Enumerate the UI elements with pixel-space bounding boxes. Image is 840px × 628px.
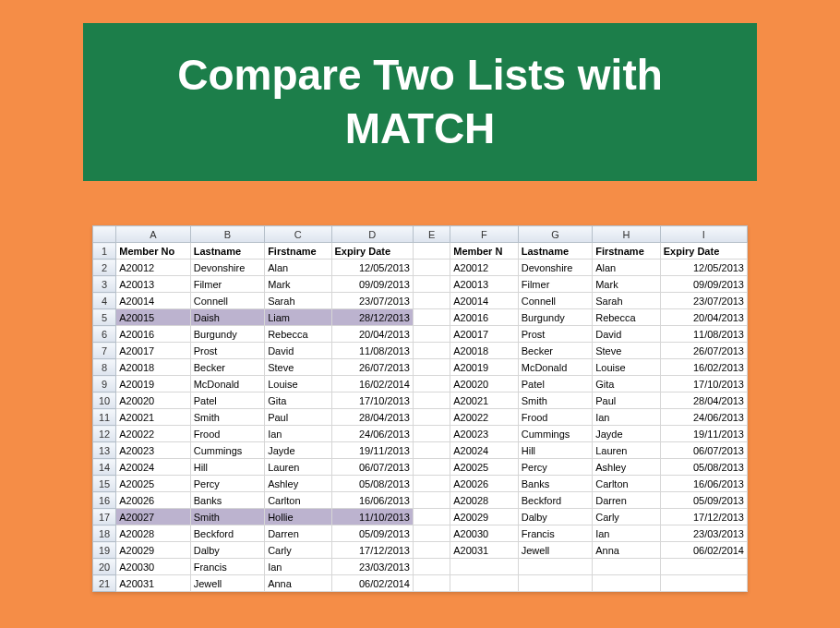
cell[interactable]: 12/05/2013 (660, 260, 747, 276)
cell[interactable] (518, 575, 592, 592)
cell[interactable]: Prost (190, 343, 264, 359)
cell[interactable]: Sarah (265, 293, 331, 309)
row-header[interactable]: 18 (93, 525, 116, 542)
cell[interactable]: Lauren (265, 459, 331, 476)
cell[interactable]: 19/11/2013 (331, 442, 413, 459)
cell[interactable]: A20021 (116, 409, 190, 426)
cell[interactable]: Beckford (518, 492, 592, 509)
cell[interactable]: A20029 (116, 542, 190, 559)
cell[interactable]: Hill (190, 459, 264, 476)
row-header[interactable]: 3 (93, 276, 116, 293)
cell[interactable]: A20018 (450, 343, 519, 359)
cell[interactable]: A20028 (116, 525, 190, 542)
cell[interactable]: 23/03/2013 (660, 525, 747, 542)
cell[interactable]: Frood (190, 426, 264, 442)
cell[interactable]: 20/04/2013 (331, 326, 413, 343)
cell[interactable]: 26/07/2013 (660, 343, 747, 359)
cell[interactable]: A20013 (450, 276, 519, 293)
row-header[interactable]: 21 (93, 575, 116, 592)
col-header-b[interactable]: B (190, 226, 264, 243)
cell[interactable] (414, 525, 450, 542)
cell[interactable]: 16/06/2013 (660, 476, 747, 492)
cell[interactable]: 17/12/2013 (331, 542, 413, 559)
cell[interactable]: Jayde (265, 442, 331, 459)
col-header-a[interactable]: A (116, 226, 190, 243)
cell[interactable]: Expiry Date (660, 243, 747, 260)
cell[interactable] (414, 476, 450, 492)
cell[interactable]: Hill (518, 442, 592, 459)
cell[interactable]: Lauren (593, 442, 661, 459)
cell[interactable]: Burgundy (190, 326, 264, 343)
cell[interactable]: Alan (265, 260, 331, 276)
cell[interactable]: A20025 (116, 476, 190, 492)
cell[interactable]: A20019 (116, 376, 190, 392)
cell[interactable]: Steve (593, 343, 661, 359)
row-header[interactable]: 6 (93, 326, 116, 343)
cell[interactable]: Devonshire (190, 260, 264, 276)
cell[interactable]: 17/10/2013 (660, 376, 747, 392)
cell[interactable]: 23/07/2013 (660, 293, 747, 309)
cell[interactable]: 28/12/2013 (331, 309, 413, 326)
select-all-corner[interactable] (93, 226, 116, 243)
col-header-g[interactable]: G (518, 226, 592, 243)
cell[interactable]: 06/07/2013 (660, 442, 747, 459)
cell[interactable]: A20023 (450, 426, 519, 442)
cell[interactable]: Smith (190, 409, 264, 426)
cell[interactable] (414, 426, 450, 442)
cell[interactable] (414, 509, 450, 525)
cell[interactable]: 11/08/2013 (331, 343, 413, 359)
cell[interactable]: 16/02/2013 (660, 359, 747, 376)
row-header[interactable]: 7 (93, 343, 116, 359)
cell[interactable]: A20025 (450, 459, 519, 476)
cell[interactable]: Mark (265, 276, 331, 293)
row-header[interactable]: 12 (93, 426, 116, 442)
cell[interactable]: Rebecca (593, 309, 661, 326)
cell[interactable]: Percy (518, 459, 592, 476)
cell[interactable] (414, 492, 450, 509)
cell[interactable]: A20017 (116, 343, 190, 359)
cell[interactable]: A20014 (116, 293, 190, 309)
cell[interactable]: Patel (518, 376, 592, 392)
cell[interactable]: A20031 (116, 575, 190, 592)
cell[interactable] (450, 559, 519, 575)
cell[interactable]: Gita (593, 376, 661, 392)
cell[interactable]: Louise (265, 376, 331, 392)
cell[interactable]: Daish (190, 309, 264, 326)
cell[interactable]: A20022 (116, 426, 190, 442)
cell[interactable]: Carly (265, 542, 331, 559)
cell[interactable]: Alan (593, 260, 661, 276)
cell[interactable] (414, 542, 450, 559)
cell[interactable]: A20019 (450, 359, 519, 376)
cell[interactable]: 23/03/2013 (331, 559, 413, 575)
cell[interactable]: Carly (593, 509, 661, 525)
cell[interactable]: Louise (593, 359, 661, 376)
cell[interactable]: Lastname (518, 243, 592, 260)
cell[interactable]: Frood (518, 409, 592, 426)
cell[interactable]: A20026 (116, 492, 190, 509)
cell[interactable]: Firstname (265, 243, 331, 260)
cell[interactable]: 06/07/2013 (331, 459, 413, 476)
cell[interactable]: Jewell (518, 542, 592, 559)
cell[interactable]: Expiry Date (331, 243, 413, 260)
cell[interactable]: A20017 (450, 326, 519, 343)
cell[interactable]: David (593, 326, 661, 343)
cell[interactable]: A20023 (116, 442, 190, 459)
cell[interactable]: A20028 (450, 492, 519, 509)
cell[interactable]: A20030 (450, 525, 519, 542)
cell[interactable]: Paul (593, 392, 661, 409)
cell[interactable]: McDonald (518, 359, 592, 376)
cell[interactable]: Prost (518, 326, 592, 343)
cell[interactable]: McDonald (190, 376, 264, 392)
cell[interactable]: Paul (265, 409, 331, 426)
cell[interactable]: Percy (190, 476, 264, 492)
cell[interactable]: A20014 (450, 293, 519, 309)
cell[interactable]: Jayde (593, 426, 661, 442)
cell[interactable]: Cummings (518, 426, 592, 442)
cell[interactable]: 17/12/2013 (660, 509, 747, 525)
cell[interactable] (450, 575, 519, 592)
col-header-d[interactable]: D (331, 226, 413, 243)
cell[interactable]: Steve (265, 359, 331, 376)
cell[interactable]: Ian (593, 409, 661, 426)
cell[interactable]: Banks (518, 476, 592, 492)
col-header-i[interactable]: I (660, 226, 747, 243)
